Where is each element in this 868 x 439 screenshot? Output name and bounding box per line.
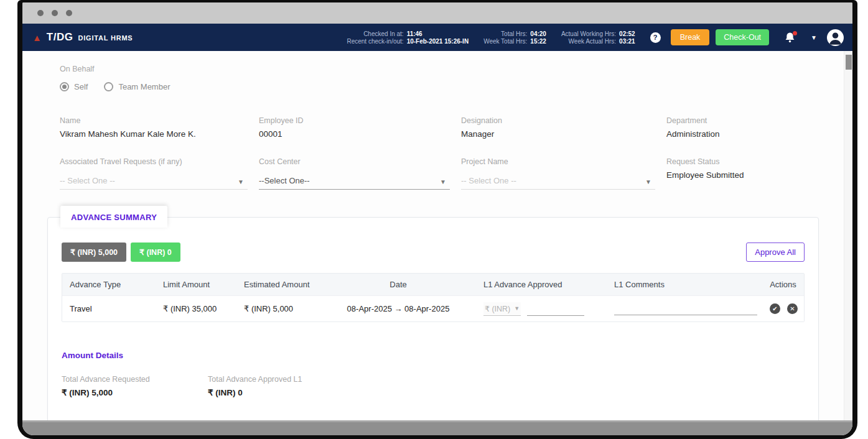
field-request-status: Request Status Employee Submitted bbox=[666, 157, 819, 190]
main-content: On Behalf Self Team Member Name Vikra bbox=[22, 51, 852, 420]
stat-label: Checked In at: bbox=[347, 30, 403, 37]
col-header-l1-advance-approved: L1 Advance Approved bbox=[476, 280, 607, 289]
field-label: Total Advance Requested bbox=[62, 375, 208, 384]
break-button[interactable]: Break bbox=[671, 29, 710, 45]
radio-label: Team Member bbox=[118, 82, 170, 91]
on-behalf-label: On Behalf bbox=[60, 65, 819, 73]
field-label: Request Status bbox=[666, 157, 819, 166]
select-value: -- Select One -- bbox=[60, 176, 115, 185]
user-avatar[interactable] bbox=[827, 29, 844, 46]
help-icon[interactable]: ? bbox=[650, 32, 661, 43]
field-cost-center: Cost Center --Select One-- ▼ bbox=[259, 157, 461, 190]
select-value: -- Select One -- bbox=[461, 176, 516, 185]
field-project-name: Project Name -- Select One -- ▼ bbox=[461, 157, 666, 190]
browser-window: ▲ T/DG DIGITAL HRMS Checked In at: 11:46… bbox=[17, 0, 857, 439]
table-row: Travel ₹ (INR) 35,000 ₹ (INR) 5,000 08-A… bbox=[62, 295, 804, 321]
notification-badge-dot bbox=[793, 31, 797, 35]
scrollbar-thumb[interactable] bbox=[846, 55, 852, 70]
project-name-select[interactable]: -- Select One -- ▼ bbox=[461, 171, 655, 190]
cell-estimated-amount: ₹ (INR) 5,000 bbox=[236, 304, 320, 313]
stat-label: Recent check-in/out: bbox=[347, 38, 403, 45]
logo-triangle-icon: ▲ bbox=[32, 33, 42, 42]
field-label: Department bbox=[666, 116, 819, 125]
chevron-down-icon: ▼ bbox=[238, 178, 244, 185]
col-header-advance-type: Advance Type bbox=[62, 280, 156, 289]
field-value: ₹ (INR) 5,000 bbox=[62, 387, 208, 397]
radio-self[interactable]: Self bbox=[60, 82, 88, 91]
l1-currency-select[interactable]: ₹ (INR) ▼ bbox=[483, 302, 521, 316]
col-header-date: Date bbox=[320, 280, 476, 289]
cell-l1-advance-approved: ₹ (INR) ▼ bbox=[476, 302, 607, 316]
total-advance-requested: Total Advance Requested ₹ (INR) 5,000 bbox=[62, 375, 208, 397]
advance-table: Advance Type Limit Amount Estimated Amou… bbox=[62, 273, 805, 322]
window-control-dot[interactable] bbox=[37, 10, 44, 16]
stat-value: 04:20 bbox=[530, 30, 546, 37]
cost-center-select[interactable]: --Select One-- ▼ bbox=[259, 171, 450, 190]
field-label: Name bbox=[60, 116, 259, 125]
field-value: Administration bbox=[666, 129, 819, 139]
requested-amount-badge[interactable]: ₹ (INR) 5,000 bbox=[62, 243, 126, 262]
approve-check-icon[interactable]: ✔ bbox=[770, 303, 780, 314]
field-department: Department Administration bbox=[666, 116, 819, 139]
field-value: ₹ (INR) 0 bbox=[208, 387, 805, 397]
cell-advance-type: Travel bbox=[62, 304, 156, 313]
radio-label: Self bbox=[74, 82, 88, 91]
field-value: 00001 bbox=[259, 129, 461, 139]
stat-value: 11:46 bbox=[407, 30, 469, 37]
cell-l1-comments bbox=[607, 303, 762, 315]
field-value: Employee Submitted bbox=[666, 170, 819, 180]
window-control-dot[interactable] bbox=[52, 10, 58, 16]
checkout-button[interactable]: Check-Out bbox=[716, 29, 769, 45]
reject-cross-icon[interactable]: ✕ bbox=[787, 303, 798, 314]
col-header-estimated-amount: Estimated Amount bbox=[236, 280, 320, 289]
window-control-dot[interactable] bbox=[66, 10, 72, 16]
stat-value: 10-Feb-2021 15:26-IN bbox=[407, 38, 469, 45]
field-label: Total Advance Approved L1 bbox=[208, 375, 805, 384]
stat-value: 02:52 bbox=[619, 30, 635, 37]
total-hrs-stats: Total Hrs: 04:20 Week Total Hrs: 15:22 bbox=[483, 30, 546, 45]
radio-unselected-icon bbox=[104, 82, 113, 91]
col-header-limit-amount: Limit Amount bbox=[156, 280, 236, 289]
field-label: Employee ID bbox=[259, 116, 461, 125]
advance-summary-card: ADVANCE SUMMARY ₹ (INR) 5,000 ₹ (INR) 0 … bbox=[47, 217, 819, 420]
table-header-row: Advance Type Limit Amount Estimated Amou… bbox=[62, 274, 804, 295]
field-designation: Designation Manager bbox=[461, 116, 666, 139]
cell-limit-amount: ₹ (INR) 35,000 bbox=[156, 304, 236, 313]
l1-comments-input[interactable] bbox=[614, 303, 757, 315]
window-titlebar bbox=[22, 2, 852, 24]
profile-chevron-down-icon[interactable]: ▼ bbox=[811, 34, 817, 41]
approved-amount-badge[interactable]: ₹ (INR) 0 bbox=[131, 243, 180, 262]
field-employee-id: Employee ID 00001 bbox=[259, 116, 461, 139]
l1-amount-input[interactable] bbox=[527, 303, 584, 316]
field-value: Vikram Mahesh Kumar Kale More K. bbox=[60, 129, 259, 139]
approve-all-button[interactable]: Approve All bbox=[746, 243, 805, 262]
field-associated-travel-requests: Associated Travel Requests (if any) -- S… bbox=[60, 157, 259, 190]
field-label: Project Name bbox=[461, 157, 666, 166]
tab-advance-summary[interactable]: ADVANCE SUMMARY bbox=[60, 206, 167, 228]
field-name: Name Vikram Mahesh Kumar Kale More K. bbox=[60, 116, 259, 139]
notification-bell-icon[interactable] bbox=[784, 32, 796, 44]
radio-team-member[interactable]: Team Member bbox=[104, 82, 170, 91]
vertical-scrollbar[interactable] bbox=[844, 51, 852, 420]
amount-details-title: Amount Details bbox=[62, 351, 805, 360]
stat-value: 15:22 bbox=[530, 38, 546, 45]
cell-actions: ✔ ✕ bbox=[762, 303, 805, 314]
app-logo: ▲ T/DG DIGITAL HRMS bbox=[32, 31, 133, 44]
select-value: ₹ (INR) bbox=[485, 304, 510, 313]
col-header-actions: Actions bbox=[762, 280, 804, 289]
total-advance-approved-l1: Total Advance Approved L1 ₹ (INR) 0 bbox=[208, 375, 805, 397]
chevron-down-icon: ▼ bbox=[514, 305, 520, 312]
logo-brand: T/DG bbox=[47, 31, 73, 44]
associated-travel-requests-select[interactable]: -- Select One -- ▼ bbox=[60, 171, 248, 190]
stat-label: Actual Working Hrs: bbox=[561, 30, 616, 37]
stat-label: Week Total Hrs: bbox=[483, 38, 527, 45]
window-bottom-bar bbox=[22, 420, 852, 435]
field-label: Designation bbox=[461, 116, 666, 125]
radio-selected-icon bbox=[60, 82, 69, 91]
stat-value: 03:21 bbox=[619, 38, 635, 45]
chevron-down-icon: ▼ bbox=[645, 178, 651, 185]
logo-app-name: DIGITAL HRMS bbox=[78, 34, 133, 42]
stat-label: Total Hrs: bbox=[483, 30, 527, 37]
checkin-stats: Checked In at: 11:46 Recent check-in/out… bbox=[347, 30, 469, 45]
field-label: Associated Travel Requests (if any) bbox=[60, 157, 259, 166]
